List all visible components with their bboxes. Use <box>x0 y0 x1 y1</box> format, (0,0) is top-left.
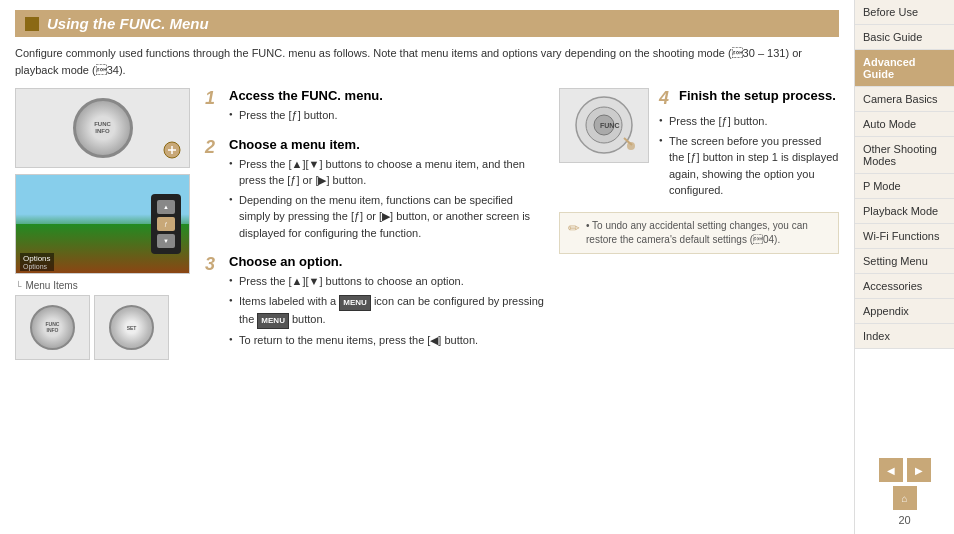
content-area: FUNCINFO ▲ <box>15 88 839 366</box>
sidebar-item-accessories[interactable]: Accessories <box>855 274 954 299</box>
step4-title: Finish the setup process. <box>679 88 836 103</box>
sidebar-item-basic-guide[interactable]: Basic Guide <box>855 25 954 50</box>
sidebar-item-camera-basics[interactable]: Camera Basics <box>855 87 954 112</box>
step1-title: Access the FUNC. menu. <box>229 88 383 103</box>
camera-dial-1: FUNCINFO <box>73 98 133 158</box>
step3: 3 Choose an option. Press the [▲][▼] but… <box>205 254 544 351</box>
step2-bullet2: Depending on the menu item, functions ca… <box>229 192 544 242</box>
step3-image-2: SET <box>94 295 169 360</box>
menu-badge-2: MENU <box>257 313 289 329</box>
step4-bullet2: The screen before you pressed the [ƒ] bu… <box>659 133 839 199</box>
middle-column: 1 Access the FUNC. menu. Press the [ƒ] b… <box>205 88 544 366</box>
step2-content: Press the [▲][▼] buttons to choose a men… <box>229 156 544 242</box>
note-box: ✏ • To undo any accidental setting chang… <box>559 212 839 254</box>
svg-text:FUNC: FUNC <box>600 122 619 129</box>
sidebar: Before Use Basic Guide Advanced Guide Ca… <box>854 0 954 534</box>
step4-content: Press the [ƒ] button. The screen before … <box>659 113 839 199</box>
note-text: • To undo any accidental setting changes… <box>586 219 830 247</box>
sidebar-bottom: ◀ ▶ ⌂ 20 <box>855 450 954 534</box>
svg-point-7 <box>627 142 635 150</box>
next-button[interactable]: ▶ <box>907 458 931 482</box>
page-number: 20 <box>898 514 910 526</box>
step4-text: 4 Finish the setup process. Press the [ƒ… <box>659 88 839 202</box>
step1: 1 Access the FUNC. menu. Press the [ƒ] b… <box>205 88 544 127</box>
step4-bullet1: Press the [ƒ] button. <box>659 113 839 130</box>
step2: 2 Choose a menu item. Press the [▲][▼] b… <box>205 137 544 245</box>
step1-content: Press the [ƒ] button. <box>229 107 383 124</box>
step3-images: FUNCINFO SET <box>15 295 190 366</box>
camera-control-overlay: ▲ ƒ ▼ <box>151 194 181 254</box>
right-section: FUNC 4 Finish the setup process. <box>559 88 839 366</box>
sidebar-item-before-use[interactable]: Before Use <box>855 0 954 25</box>
step3-bullet1: Press the [▲][▼] buttons to choose an op… <box>229 273 544 290</box>
step3-content: Press the [▲][▼] buttons to choose an op… <box>229 273 544 348</box>
step2-bullet1: Press the [▲][▼] buttons to choose a men… <box>229 156 544 189</box>
left-column: FUNCINFO ▲ <box>15 88 190 366</box>
prev-button[interactable]: ◀ <box>879 458 903 482</box>
sidebar-item-advanced-guide[interactable]: Advanced Guide <box>855 50 954 87</box>
options-label: Options Options <box>20 253 54 271</box>
step4-image-container: FUNC <box>559 88 649 202</box>
title-bar: Using the FUNC. Menu <box>15 10 839 37</box>
sidebar-item-other-shooting[interactable]: Other Shooting Modes <box>855 137 954 174</box>
sidebar-item-setting-menu[interactable]: Setting Menu <box>855 249 954 274</box>
sidebar-item-index[interactable]: Index <box>855 324 954 349</box>
title-icon <box>25 17 39 31</box>
step3-image-1: FUNCINFO <box>15 295 90 360</box>
menu-items-label: └ Menu Items <box>15 280 190 291</box>
sidebar-item-playback-mode[interactable]: Playback Mode <box>855 199 954 224</box>
step1-number: 1 <box>205 88 221 127</box>
step3-bullet2: Items labeled with a MENU icon can be co… <box>229 293 544 329</box>
step2-title: Choose a menu item. <box>229 137 544 152</box>
step4-image: FUNC <box>559 88 649 163</box>
step2-image: ▲ ƒ ▼ Options Options <box>15 174 190 274</box>
note-icon: ✏ <box>568 219 580 247</box>
sidebar-item-wifi[interactable]: Wi-Fi Functions <box>855 224 954 249</box>
intro-text: Configure commonly used functions throug… <box>15 45 839 78</box>
step3-bullet3: To return to the menu items, press the [… <box>229 332 544 349</box>
step3-number: 3 <box>205 254 221 351</box>
step1-bullet1: Press the [ƒ] button. <box>229 107 383 124</box>
step4-number: 4 <box>659 88 675 109</box>
step2-number: 2 <box>205 137 221 245</box>
sidebar-item-appendix[interactable]: Appendix <box>855 299 954 324</box>
page-title: Using the FUNC. Menu <box>47 15 209 32</box>
step4: FUNC 4 Finish the setup process. <box>559 88 839 202</box>
home-button[interactable]: ⌂ <box>893 486 917 510</box>
menu-badge: MENU <box>339 295 371 311</box>
sidebar-item-auto-mode[interactable]: Auto Mode <box>855 112 954 137</box>
step1-image: FUNCINFO <box>15 88 190 168</box>
sidebar-item-p-mode[interactable]: P Mode <box>855 174 954 199</box>
main-content: Using the FUNC. Menu Configure commonly … <box>0 0 854 534</box>
step3-title: Choose an option. <box>229 254 544 269</box>
